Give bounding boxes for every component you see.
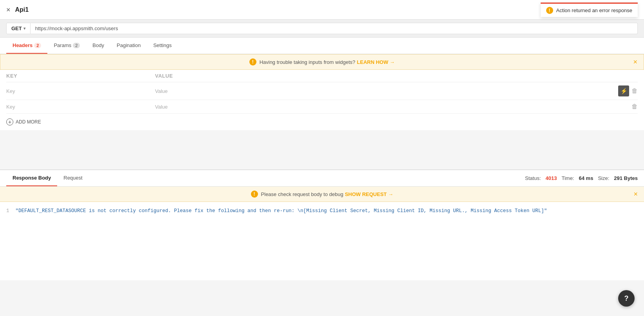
error-toast: ! Action returned an error response — [541, 2, 638, 17]
tab-settings[interactable]: Settings — [147, 38, 178, 54]
status-info: Status: 4013 Time: 64 ms Size: 291 Bytes — [525, 175, 638, 181]
delete-row-1-button[interactable]: 🗑 — [631, 87, 638, 94]
debug-banner-text: Please check request body to debug — [261, 191, 343, 197]
value-field-1[interactable]: Value — [155, 88, 618, 94]
top-header: × Api1 ! Action returned an error respon… — [0, 0, 644, 20]
tab-settings-label: Settings — [153, 42, 171, 48]
learn-how-link[interactable]: LEARN HOW → — [357, 59, 395, 65]
tab-params-badge: 2 — [73, 43, 80, 48]
warning-banner: ! Having trouble taking inputs from widg… — [0, 54, 644, 70]
status-label: Status: — [525, 175, 541, 181]
spacer — [0, 130, 644, 169]
debug-banner: ! Please check request body to debug SHO… — [0, 187, 644, 202]
row-2-actions: 🗑 — [631, 103, 638, 110]
show-request-link[interactable]: SHOW REQUEST → — [345, 191, 393, 197]
col-value-label: VALUE — [155, 73, 638, 79]
method-dropdown[interactable]: GET ▾ — [6, 23, 31, 34]
tab-body[interactable]: Body — [86, 38, 110, 54]
bottom-panel: Response Body Request Status: 4013 Time:… — [0, 169, 644, 280]
key-field-2[interactable]: Key — [6, 104, 155, 110]
tab-headers-badge: 2 — [34, 43, 41, 48]
kv-header-row: KEY VALUE — [6, 70, 638, 82]
tab-body-label: Body — [92, 42, 104, 48]
size-value: 291 Bytes — [614, 175, 638, 181]
chevron-down-icon: ▾ — [23, 26, 25, 31]
error-toast-text: Action returned an error response — [556, 7, 632, 13]
time-value: 64 ms — [579, 175, 593, 181]
headers-section: KEY VALUE Key Value ⚡ 🗑 Key Value 🗑 + AD… — [0, 70, 644, 130]
url-bar: GET ▾ — [0, 20, 644, 38]
response-body: 1"DEFAULT_REST_DATASOURCE is not correct… — [0, 202, 644, 280]
tab-request[interactable]: Request — [57, 170, 88, 186]
tab-params-label: Params — [54, 42, 71, 48]
api-title: Api1 — [15, 6, 29, 13]
warning-icon: ! — [546, 7, 553, 14]
add-more-button[interactable]: + ADD MORE — [6, 114, 41, 130]
tab-pagination-label: Pagination — [117, 42, 141, 48]
close-button[interactable]: × — [6, 6, 11, 13]
debug-warning-icon: ! — [251, 191, 258, 198]
tab-params[interactable]: Params 2 — [47, 38, 86, 54]
lightning-button[interactable]: ⚡ — [618, 85, 629, 96]
tab-response-body[interactable]: Response Body — [6, 170, 57, 186]
table-row: Key Value 🗑 — [6, 100, 638, 114]
value-field-2[interactable]: Value — [155, 104, 631, 110]
tabs-row: Headers 2 Params 2 Body Pagination Setti… — [0, 38, 644, 54]
delete-row-2-button[interactable]: 🗑 — [631, 103, 638, 110]
tab-response-body-label: Response Body — [13, 175, 51, 181]
tab-headers[interactable]: Headers 2 — [6, 38, 47, 54]
response-content: "DEFAULT_REST_DATASOURCE is not correctl… — [16, 208, 547, 214]
tab-pagination[interactable]: Pagination — [110, 38, 147, 54]
method-label: GET — [11, 25, 22, 31]
col-key-label: KEY — [6, 73, 155, 79]
tab-headers-label: Headers — [13, 42, 32, 48]
url-input[interactable] — [31, 23, 638, 34]
add-more-label: ADD MORE — [16, 119, 41, 125]
status-code: 4013 — [546, 175, 557, 181]
plus-icon: + — [6, 118, 13, 125]
key-field-1[interactable]: Key — [6, 88, 155, 94]
size-label: Size: — [598, 175, 609, 181]
line-number-1: 1 — [6, 208, 9, 214]
warning-banner-text: Having trouble taking inputs from widget… — [260, 59, 355, 65]
bottom-tabs-row: Response Body Request Status: 4013 Time:… — [0, 170, 644, 187]
banner-warning-icon: ! — [249, 58, 256, 65]
table-row: Key Value ⚡ 🗑 — [6, 82, 638, 100]
warning-banner-close[interactable]: × — [633, 58, 637, 65]
tab-request-label: Request — [63, 175, 82, 181]
time-label: Time: — [561, 175, 574, 181]
row-1-actions: ⚡ 🗑 — [618, 85, 638, 96]
debug-banner-close[interactable]: × — [633, 191, 638, 198]
